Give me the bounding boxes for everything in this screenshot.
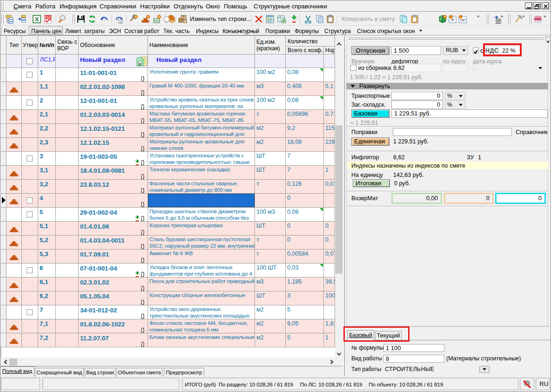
svg-text:ПР: ПР xyxy=(460,18,465,22)
svg-text:x: x xyxy=(120,20,121,23)
svg-text:PDF: PDF xyxy=(45,16,51,19)
svg-text:p: p xyxy=(139,61,141,66)
svg-text:P: P xyxy=(451,18,454,22)
svg-text:X: X xyxy=(35,16,39,23)
